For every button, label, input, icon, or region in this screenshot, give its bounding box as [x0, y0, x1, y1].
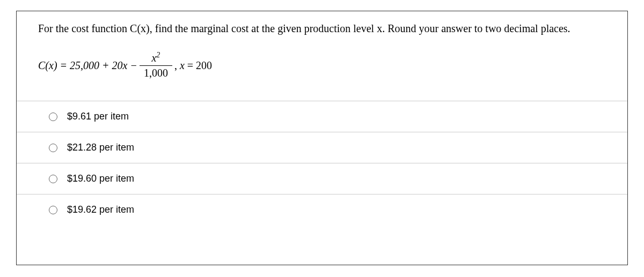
- option-1[interactable]: $9.61 per item: [17, 101, 627, 132]
- options-list: $9.61 per item $21.28 per item $19.60 pe…: [17, 101, 627, 225]
- option-label: $9.61 per item: [67, 111, 129, 122]
- option-label: $19.60 per item: [67, 173, 134, 184]
- radio-icon[interactable]: [49, 206, 57, 214]
- radio-icon[interactable]: [49, 175, 57, 183]
- after-text: , x = 200: [174, 59, 212, 71]
- numerator-exponent: 2: [156, 51, 160, 59]
- question-prompt: For the cost function C(x), find the mar…: [17, 11, 627, 41]
- radio-icon[interactable]: [49, 113, 57, 121]
- option-2[interactable]: $21.28 per item: [17, 132, 627, 163]
- equation-lhs: C(x) = 25,000 + 20x −: [38, 59, 137, 72]
- fraction-denominator: 1,000: [140, 65, 172, 79]
- radio-icon[interactable]: [49, 144, 57, 152]
- option-label: $19.62 per item: [67, 204, 134, 215]
- option-3[interactable]: $19.60 per item: [17, 163, 627, 194]
- fraction-numerator: x2: [147, 52, 164, 65]
- equation-fraction: x2 1,000: [140, 52, 172, 79]
- question-container: For the cost function C(x), find the mar…: [16, 11, 628, 265]
- equation-after: , x = 200: [174, 59, 212, 72]
- option-4[interactable]: $19.62 per item: [17, 194, 627, 225]
- option-label: $21.28 per item: [67, 142, 134, 153]
- equation: C(x) = 25,000 + 20x − x2 1,000 , x = 200: [17, 41, 627, 95]
- prompt-text: For the cost function C(x), find the mar…: [38, 23, 570, 34]
- numerator-base: x: [151, 52, 156, 64]
